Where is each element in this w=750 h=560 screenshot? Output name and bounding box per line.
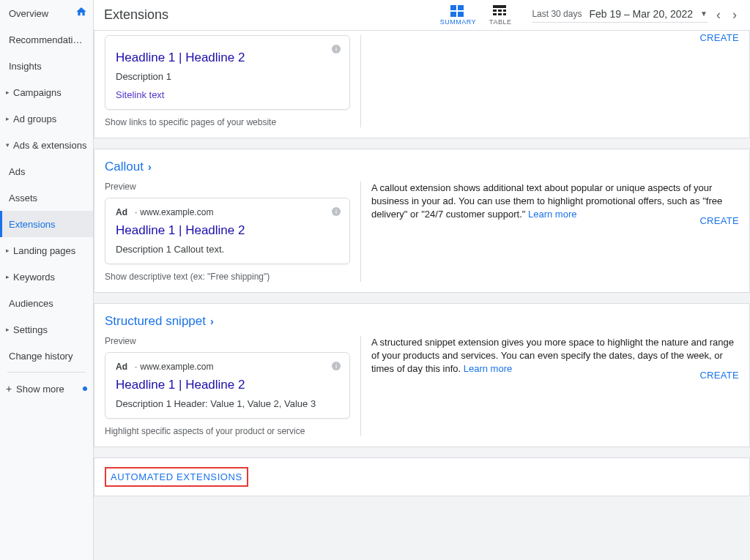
caret-icon: ▾ xyxy=(6,141,12,149)
caret-icon: ▸ xyxy=(6,273,12,280)
preview-caption: Show links to specific pages of your web… xyxy=(105,117,350,127)
learn-more-link[interactable]: Learn more xyxy=(464,363,512,374)
ad-badge: Ad xyxy=(116,362,127,372)
sidebar-item-keywords[interactable]: ▸Keywords xyxy=(0,264,93,290)
callout-title[interactable]: Callout › xyxy=(105,160,152,174)
page-title: Extensions xyxy=(104,7,168,23)
date-prev-button[interactable]: ‹ xyxy=(713,7,724,23)
preview-caption: Highlight specific aspects of your produ… xyxy=(105,426,350,436)
home-icon xyxy=(75,6,87,20)
detail-text: A structured snippet extension gives you… xyxy=(371,336,739,376)
sitelink-section: i Headline 1 | Headline 2 Description 1 … xyxy=(94,31,750,138)
preview-column: i Headline 1 | Headline 2 Description 1 … xyxy=(105,35,361,127)
ad-description: Description 1 xyxy=(116,71,339,82)
preview-caption: Show descriptive text (ex: "Free shippin… xyxy=(105,272,350,282)
date-label: Last 30 days xyxy=(532,9,582,19)
sidebar-item-campaigns[interactable]: ▸Campaigns xyxy=(0,79,93,105)
sidebar-item-adgroups[interactable]: ▸Ad groups xyxy=(0,105,93,132)
ad-domain: www.example.com xyxy=(140,207,213,217)
summary-icon xyxy=(450,5,465,17)
sidebar-item-overview[interactable]: Overview xyxy=(0,0,93,26)
detail-text: A callout extension shows additional tex… xyxy=(371,182,739,222)
label: Overview xyxy=(9,8,75,19)
ad-description: Description 1 Header: Value 1, Value 2, … xyxy=(116,398,339,409)
structured-snippet-section: Structured snippet › Preview i Ad · www.… xyxy=(94,303,750,447)
ad-headline: Headline 1 | Headline 2 xyxy=(116,51,339,65)
ad-preview-card: i Ad · www.example.com Headline 1 | Head… xyxy=(105,198,350,264)
preview-column: Preview i Ad · www.example.com Headline … xyxy=(105,336,361,436)
plus-icon: + xyxy=(6,383,13,395)
caret-icon: ▸ xyxy=(6,115,12,122)
notification-dot-icon xyxy=(83,387,87,391)
automated-extensions-button[interactable]: AUTOMATED EXTENSIONS xyxy=(105,467,248,487)
topbar: Extensions SUMMARY TABLE Last 30 days Fe… xyxy=(94,0,750,31)
preview-label: Preview xyxy=(105,182,350,192)
callout-section: Callout › Preview i Ad · www.example.com xyxy=(94,149,750,293)
ad-preview-card: i Headline 1 | Headline 2 Description 1 … xyxy=(105,35,350,110)
view-summary-button[interactable]: SUMMARY xyxy=(440,5,476,26)
date-range-picker[interactable]: Last 30 days Feb 19 – Mar 20, 2022 ▼ xyxy=(532,8,708,23)
sidebar-item-change-history[interactable]: Change history xyxy=(0,343,93,369)
sidebar-item-show-more[interactable]: + Show more xyxy=(0,376,93,402)
view-toggle: SUMMARY TABLE xyxy=(440,5,512,26)
automated-extensions-tab: AUTOMATED EXTENSIONS xyxy=(94,458,750,496)
caret-icon: ▸ xyxy=(6,247,12,254)
info-icon[interactable]: i xyxy=(332,362,341,370)
sidebar-item-insights[interactable]: Insights xyxy=(0,53,93,79)
detail-column: A callout extension shows additional tex… xyxy=(361,182,739,282)
chevron-down-icon: ▼ xyxy=(700,10,708,18)
chevron-right-icon: › xyxy=(210,316,214,327)
divider xyxy=(7,372,86,373)
ad-domain: www.example.com xyxy=(140,362,213,372)
sidebar-item-ads-extensions[interactable]: ▾Ads & extensions xyxy=(0,132,93,158)
ad-description: Description 1 Callout text. xyxy=(116,244,339,255)
sidebar-item-landing-pages[interactable]: ▸Landing pages xyxy=(0,237,93,264)
preview-column: Preview i Ad · www.example.com Headline … xyxy=(105,182,361,282)
caret-icon: ▸ xyxy=(6,89,12,96)
chevron-right-icon: › xyxy=(148,161,152,173)
sidebar-item-ads[interactable]: Ads xyxy=(0,158,93,184)
sidebar: Overview Recommendations Insights ▸Campa… xyxy=(0,0,94,560)
create-button[interactable]: CREATE xyxy=(699,370,739,381)
detail-column: CREATE xyxy=(361,35,739,127)
sidebar-item-audiences[interactable]: Audiences xyxy=(0,290,93,316)
learn-more-link[interactable]: Learn more xyxy=(528,209,576,220)
preview-label: Preview xyxy=(105,336,350,346)
ad-sitelink: Sitelink text xyxy=(116,89,339,100)
sidebar-item-recommendations[interactable]: Recommendations xyxy=(0,26,93,53)
content-area: i Headline 1 | Headline 2 Description 1 … xyxy=(94,31,750,560)
sidebar-item-settings[interactable]: ▸Settings xyxy=(0,316,93,343)
detail-column: A structured snippet extension gives you… xyxy=(361,336,739,436)
main: Extensions SUMMARY TABLE Last 30 days Fe… xyxy=(94,0,750,560)
ad-preview-card: i Ad · www.example.com Headline 1 | Head… xyxy=(105,352,350,419)
caret-icon: ▸ xyxy=(6,326,12,333)
ad-headline: Headline 1 | Headline 2 xyxy=(116,378,339,392)
ad-badge: Ad xyxy=(116,207,127,217)
date-next-button[interactable]: › xyxy=(729,7,740,23)
info-icon[interactable]: i xyxy=(332,207,341,216)
snippet-title[interactable]: Structured snippet › xyxy=(105,314,214,329)
view-table-button[interactable]: TABLE xyxy=(489,5,511,26)
sidebar-item-assets[interactable]: Assets xyxy=(0,184,93,211)
date-value: Feb 19 – Mar 20, 2022 xyxy=(589,8,693,20)
sidebar-item-extensions[interactable]: Extensions xyxy=(0,211,93,237)
table-icon xyxy=(493,5,508,17)
create-button[interactable]: CREATE xyxy=(699,215,739,226)
ad-headline: Headline 1 | Headline 2 xyxy=(116,223,339,238)
info-icon[interactable]: i xyxy=(332,45,341,53)
create-button[interactable]: CREATE xyxy=(699,32,739,43)
